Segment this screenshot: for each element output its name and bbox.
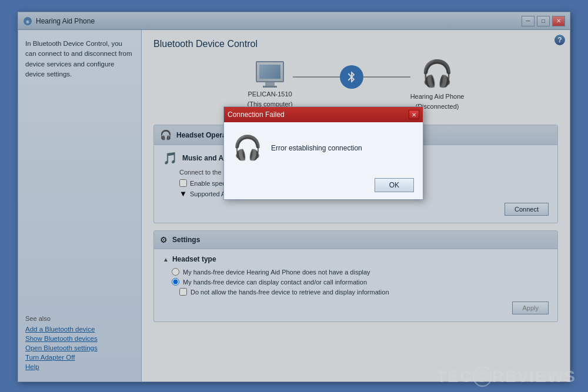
dialog-title-bar: Connection Failed ✕ <box>224 107 423 122</box>
dialog-body: 🎧 Error establishing connection <box>224 122 423 173</box>
modal-overlay: Connection Failed ✕ 🎧 Error establishing… <box>18 12 570 381</box>
dialog-close-button[interactable]: ✕ <box>409 110 419 119</box>
dialog-footer: OK <box>224 173 423 199</box>
ok-button[interactable]: OK <box>375 178 414 192</box>
dialog-message: Error establishing connection <box>271 144 362 152</box>
main-window: ⎈ Hearing Aid Phone ─ □ ✕ In Bluetooth D… <box>18 12 570 382</box>
dialog-headset-icon: 🎧 <box>233 134 262 162</box>
connection-failed-dialog: Connection Failed ✕ 🎧 Error establishing… <box>223 106 423 200</box>
dialog-title: Connection Failed <box>228 110 285 119</box>
